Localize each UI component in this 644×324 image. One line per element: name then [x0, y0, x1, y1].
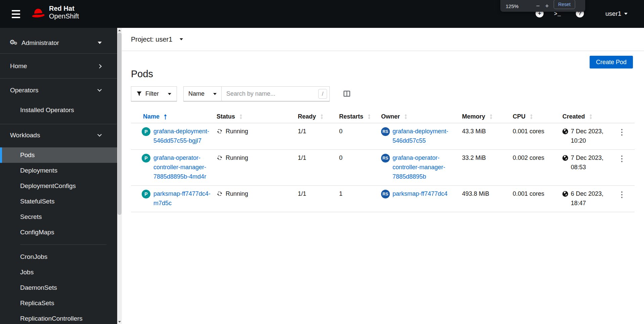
column-label: Status: [217, 113, 235, 120]
column-header-name[interactable]: Name: [131, 110, 215, 123]
pod-ready: 1/1: [296, 186, 337, 212]
table-header-row: Name Status Ready: [131, 110, 635, 123]
sidebar-item-deploymentconfigs[interactable]: DeploymentConfigs: [0, 178, 117, 194]
zoom-out-button[interactable]: −: [536, 3, 540, 9]
pod-status: Running: [226, 127, 248, 145]
sidebar-item-cronjobs[interactable]: CronJobs: [0, 249, 117, 265]
brand-text: Red Hat OpenShift: [49, 5, 79, 20]
pod-restarts: 0: [337, 150, 379, 185]
sidebar-item-replicasets[interactable]: ReplicaSets: [0, 295, 117, 311]
project-bar: Project: user1: [122, 28, 644, 51]
pod-name-link[interactable]: grafana-operator- controller-manager- 78…: [153, 153, 206, 181]
pod-name-link[interactable]: parksmap-ff7477dc4- m7d5c: [153, 189, 211, 208]
slash-shortcut-hint: /: [318, 89, 327, 99]
caret-down-icon: [180, 38, 183, 40]
sidebar-item-installed-operators[interactable]: Installed Operators: [0, 102, 117, 118]
sidebar-item-label: Installed Operators: [20, 106, 74, 114]
pod-badge: P: [142, 190, 150, 198]
sidebar-item-label: Operators: [10, 87, 38, 94]
pod-memory: 43.3 MiB: [460, 123, 511, 149]
main-content: Project: user1 Pods Create Pod Filter: [122, 28, 644, 324]
zoom-reset-button[interactable]: Reset: [554, 0, 576, 9]
sidebar-item-label: Secrets: [20, 213, 42, 221]
brand-line2: OpenShift: [49, 12, 79, 20]
sidebar-item-deployments[interactable]: Deployments: [0, 163, 117, 178]
pod-status: Running: [226, 189, 248, 208]
column-label: Owner: [381, 113, 400, 120]
column-label: Name: [143, 113, 159, 120]
sidebar-item-label: Home: [10, 62, 27, 70]
column-header-restarts[interactable]: Restarts: [337, 110, 379, 123]
pod-status: Running: [226, 153, 248, 181]
page-title: Pods: [131, 68, 153, 80]
owner-link[interactable]: parksmap-ff7477dc4: [393, 189, 448, 208]
filter-dropdown[interactable]: Filter: [131, 86, 177, 101]
gears-icon: ⚙⚙: [9, 39, 18, 47]
sidebar-item-label: Pods: [20, 151, 35, 159]
running-sync-icon: [217, 155, 223, 161]
sidebar-item-label: Deployments: [20, 167, 57, 174]
sort-icon: [490, 114, 493, 119]
caret-down-icon: [624, 13, 628, 15]
sidebar-item-pods[interactable]: Pods: [0, 147, 117, 163]
search-input[interactable]: [221, 86, 330, 101]
row-kebab-menu[interactable]: [618, 190, 625, 200]
sidebar-item-operators[interactable]: Operators: [0, 83, 117, 98]
sidebar-item-label: ConfigMaps: [20, 229, 54, 236]
sort-icon: [589, 114, 592, 119]
pod-ready: 1/1: [296, 123, 337, 149]
sidebar-item-configmaps[interactable]: ConfigMaps: [0, 225, 117, 240]
row-kebab-menu[interactable]: [618, 127, 625, 137]
user-menu[interactable]: user1: [605, 10, 628, 17]
create-pod-button[interactable]: Create Pod: [590, 56, 633, 68]
project-selector[interactable]: Project: user1: [131, 36, 183, 43]
attribute-label: Name: [188, 90, 204, 97]
perspective-switcher[interactable]: ⚙⚙ Administrator: [0, 35, 117, 51]
list-toolbar: Filter Name /: [131, 86, 635, 101]
redhat-openshift-logo[interactable]: Red Hat OpenShift: [31, 5, 79, 20]
page-header: Pods Create Pod: [122, 51, 644, 80]
column-header-memory[interactable]: Memory: [460, 110, 511, 123]
replicaset-badge: RS: [381, 127, 390, 136]
pod-name-link[interactable]: grafana-deployment- 546dd57c55-bgjl7: [153, 127, 209, 145]
redhat-hat-icon: [31, 6, 46, 18]
globe-timestamp-icon: [562, 129, 568, 134]
sidebar-item-home[interactable]: Home: [0, 58, 117, 74]
sidebar-item-daemonsets[interactable]: DaemonSets: [0, 280, 117, 295]
table-row: P parksmap-ff7477dc4- m7d5c Runnin: [131, 186, 635, 212]
pod-created: 6 Dec 2023, 18:47: [571, 189, 603, 208]
sidebar-item-secrets[interactable]: Secrets: [0, 209, 117, 225]
chevron-right-icon: [97, 64, 102, 68]
column-management-button[interactable]: [343, 91, 350, 97]
username: user1: [605, 10, 622, 17]
row-kebab-menu[interactable]: [618, 154, 625, 164]
replicaset-badge: RS: [381, 154, 390, 163]
scrollbar-down-arrow[interactable]: [117, 319, 122, 324]
owner-link[interactable]: grafana-operator- controller-manager- 78…: [393, 153, 445, 181]
globe-timestamp-icon: [562, 155, 568, 161]
pod-cpu: 0.002 cores: [511, 150, 561, 185]
column-header-status[interactable]: Status: [215, 110, 296, 123]
nav-toggle-hamburger-icon[interactable]: [12, 10, 20, 18]
running-sync-icon: [217, 191, 223, 197]
sidebar-item-statefulsets[interactable]: StatefulSets: [0, 194, 117, 209]
sidebar-item-replicationcontrollers[interactable]: ReplicationControllers: [0, 311, 117, 324]
sidebar-item-jobs[interactable]: Jobs: [0, 265, 117, 280]
owner-link[interactable]: grafana-deployment- 546dd57c55: [393, 127, 448, 145]
zoom-in-button[interactable]: +: [545, 3, 549, 9]
table-row: P grafana-deployment- 546dd57c55-bgjl7: [131, 123, 635, 150]
web-terminal-icon[interactable]: >_: [554, 11, 561, 17]
scrollbar-up-arrow[interactable]: [117, 28, 122, 33]
scrollbar-thumb[interactable]: [118, 33, 122, 215]
column-header-created[interactable]: Created: [561, 110, 614, 123]
table-row: P grafana-operator- controller-manager- …: [131, 150, 635, 186]
column-header-ready[interactable]: Ready: [296, 110, 337, 123]
filter-funnel-icon: [137, 91, 142, 96]
sidebar-item-workloads[interactable]: Workloads: [0, 128, 117, 143]
sort-icon: [404, 114, 407, 119]
column-header-owner[interactable]: Owner: [379, 110, 460, 123]
search-attribute-select[interactable]: Name: [183, 86, 221, 101]
filter-label: Filter: [145, 90, 159, 97]
column-label: CPU: [513, 113, 525, 120]
column-header-cpu[interactable]: CPU: [511, 110, 561, 123]
